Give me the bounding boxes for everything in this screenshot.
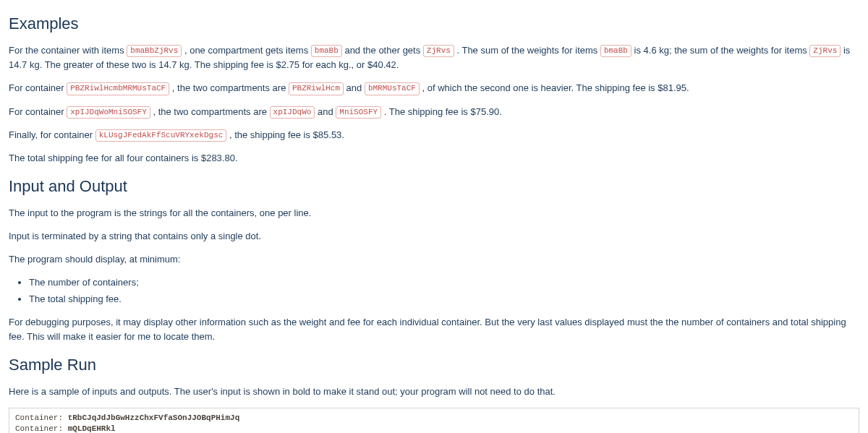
code-chip: bMRMUsTaCF: [365, 82, 420, 95]
code-chip: PBZRiwlHcmbMRMUsTaCF: [67, 82, 169, 95]
text: and the other gets: [342, 45, 423, 56]
text: and: [344, 82, 365, 93]
io-paragraph: Input is terminated by a string that con…: [9, 229, 859, 244]
list-item: The number of containers;: [29, 275, 859, 290]
heading-sample-run: Sample Run: [9, 353, 859, 377]
code-chip: xpIJDqWo: [270, 106, 315, 119]
text: For container: [9, 82, 67, 93]
example-paragraph-3: For container xpIJDqWoMniSOSFY , the two…: [9, 105, 859, 119]
heading-input-output: Input and Output: [9, 174, 859, 199]
code-chip: bmaBb: [600, 45, 631, 57]
io-paragraph: The input to the program is the strings …: [9, 206, 859, 220]
code-chip: PBZRiwlHcm: [289, 82, 344, 95]
text: For container: [9, 106, 67, 117]
text: Finally, for container: [9, 129, 95, 140]
user-input: mQLDqEHRkl: [68, 424, 116, 433]
sample-io-block: Container: tRbCJqJdJbGwHzzChxFVfaSOnJJOB…: [9, 408, 859, 433]
text: . The sum of the weights for items: [454, 45, 600, 56]
text: and: [315, 106, 336, 117]
text: is 4.6 kg; the sum of the weights for it…: [631, 45, 809, 56]
io-paragraph: For debugging purposes, it may display o…: [9, 315, 859, 344]
example-paragraph-5: The total shipping fee for all four cont…: [9, 151, 859, 166]
text: . The shipping fee is $75.90.: [381, 106, 502, 117]
example-paragraph-4: Finally, for container kLUsgJFedAkFfScuV…: [9, 128, 859, 142]
text: , the shipping fee is $85.53.: [226, 129, 344, 140]
code-chip: kLUsgJFedAkFfScuVRYxekDgsc: [95, 129, 227, 142]
example-paragraph-1: For the container with items bmaBbZjRvs …: [9, 43, 859, 72]
text: For the container with items: [9, 45, 127, 56]
code-chip: ZjRvs: [423, 45, 454, 57]
io-list: The number of containers; The total ship…: [9, 275, 859, 306]
list-item: The total shipping fee.: [29, 292, 859, 306]
text: , the two compartments are: [150, 106, 270, 117]
io-paragraph: The program should display, at minimum:: [9, 252, 859, 267]
code-chip: ZjRvs: [809, 45, 841, 57]
heading-examples: Examples: [9, 12, 859, 36]
text: , one compartment gets items: [182, 45, 310, 56]
example-paragraph-2: For container PBZRiwlHcmbMRMUsTaCF , the…: [9, 81, 859, 95]
sample-intro: Here is a sample of inputs and outputs. …: [9, 385, 859, 399]
text: , of which the second one is heavier. Th…: [420, 82, 689, 93]
code-chip: bmaBbZjRvs: [127, 45, 182, 57]
code-chip: xpIJDqWoMniSOSFY: [67, 106, 150, 119]
text: , the two compartments are: [169, 82, 289, 93]
code-chip: bmaBb: [311, 45, 342, 57]
user-input: tRbCJqJdJbGwHzzChxFVfaSOnJJOBqPHimJq: [68, 413, 240, 422]
code-chip: MniSOSFY: [336, 106, 381, 119]
